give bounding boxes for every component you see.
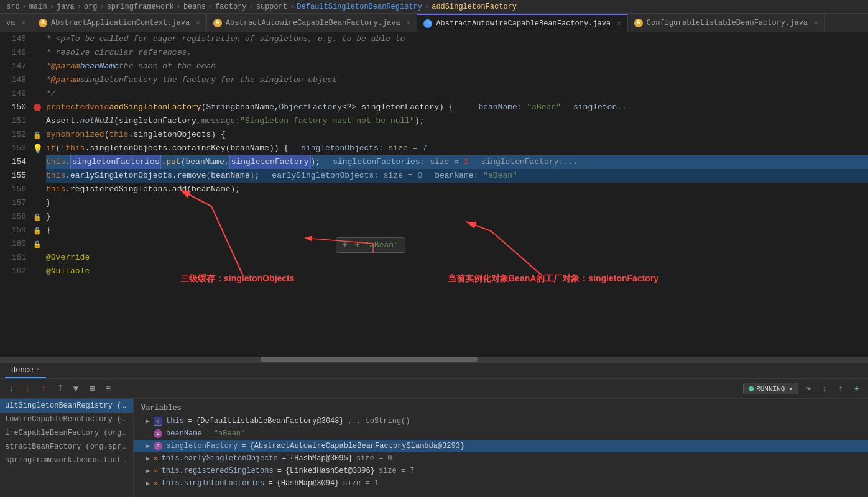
debug-content: ultSingletonBeanRegistry (or... towireCa… xyxy=(0,399,868,497)
expand-arrow-this[interactable]: ▶ xyxy=(146,417,150,425)
breadcrumb-src[interactable]: src xyxy=(6,2,20,11)
debug-tab-dence-label: dence xyxy=(11,366,34,375)
breadcrumb-bar: src › main › java › org › springframewor… xyxy=(0,0,868,14)
code-line-156: this.registeredSingletons.add(beanName); xyxy=(46,183,868,196)
breadcrumb-support[interactable]: support xyxy=(256,2,287,11)
breadcrumb-springframework[interactable]: springframework xyxy=(107,2,174,11)
tab-abstract-app-icon: A xyxy=(39,19,47,27)
line-numbers: 145 146 147 148 149 150 151 152 153 154 … xyxy=(0,32,31,357)
oo-icon-earlysingleton: ∞ xyxy=(154,455,158,462)
code-line-161: @Override xyxy=(46,251,868,265)
lock-153: 🔒 xyxy=(31,128,44,142)
code-line-160 xyxy=(46,237,868,251)
breadcrumb-method[interactable]: addSingletonFactory xyxy=(432,2,517,11)
tab-default-singleton[interactable]: ○ AbstractAutowireCapableBeanFactory.jav… xyxy=(417,14,627,32)
callstack-item-2[interactable]: ireCapableBeanFactory (org.... xyxy=(0,426,133,440)
p-icon-singletonfactory: p xyxy=(154,442,162,450)
tab-abstract-autowire-label: AbstractAutowireCapableBeanFactory.java xyxy=(226,19,400,27)
horizontal-scrollbar[interactable] xyxy=(0,357,868,362)
toolbar-icon-table[interactable]: ⊞ xyxy=(86,383,98,395)
run-dot xyxy=(749,386,754,391)
callstack-item-1[interactable]: towireCapableBeanFactory (... xyxy=(0,413,133,426)
code-line-151: Assert.notNull(singletonFactory, message… xyxy=(46,114,868,128)
code-line-159: } xyxy=(46,224,868,237)
this-icon: ⊙ xyxy=(154,417,162,426)
callstack-item-3[interactable]: stractBeanFactory (org.spring... xyxy=(0,440,133,454)
debug-tab-dence-close[interactable]: × xyxy=(36,367,40,373)
toolbar-step-into[interactable]: ↓ xyxy=(818,383,831,395)
tab-va[interactable]: va × xyxy=(0,14,32,32)
toolbar-step-over[interactable]: ↷ xyxy=(802,383,815,395)
toolbar-icon-lines[interactable]: ≡ xyxy=(102,383,114,395)
var-row-earlysingleton[interactable]: ▶ ∞ this.earlySingletonObjects = {HashMa… xyxy=(134,452,868,465)
breadcrumb-java[interactable]: java xyxy=(57,2,75,11)
code-container: 145 146 147 148 149 150 151 152 153 154 … xyxy=(0,32,868,357)
tab-default-singleton-close[interactable]: × xyxy=(617,20,621,27)
toolbar-add[interactable]: + xyxy=(851,383,863,395)
breadcrumb-main[interactable]: main xyxy=(29,2,47,11)
run-status-label: RUNNING xyxy=(756,385,785,393)
var-row-singletonfactories[interactable]: ▶ ∞ this.singletonFactories = {HashMap@3… xyxy=(134,477,868,490)
tab-configurable[interactable]: A ConfigurableListableBeanFactory.java × xyxy=(628,14,825,32)
code-line-158: } xyxy=(46,210,868,224)
tab-abstract-autowire-icon: A xyxy=(213,19,222,27)
tab-va-close[interactable]: × xyxy=(21,19,25,27)
toolbar-icon-branch[interactable]: ⤴ xyxy=(53,383,66,395)
lock-158: 🔒 xyxy=(31,224,44,237)
tab-abstract-autowire[interactable]: A AbstractAutowireCapableBeanFactory.jav… xyxy=(207,14,417,32)
code-line-146: * resolve circular references. xyxy=(46,46,868,60)
code-lines[interactable]: * <p>To be called for eager registration… xyxy=(44,32,868,357)
tab-default-singleton-label: AbstractAutowireCapableBeanFactory.java xyxy=(436,19,611,28)
expand-arrow-registered[interactable]: ▶ xyxy=(146,467,150,475)
toolbar-step-out[interactable]: ↑ xyxy=(834,383,847,395)
breadcrumb-org[interactable]: org xyxy=(84,2,98,11)
scrollbar-thumb[interactable] xyxy=(261,357,478,362)
tab-abstract-autowire-close[interactable]: × xyxy=(407,19,411,27)
call-stack: ultSingletonBeanRegistry (or... towireCa… xyxy=(0,399,134,497)
code-line-147: * @param beanName the name of the bean xyxy=(46,60,868,73)
tab-va-label: va xyxy=(6,19,15,27)
expand-arrow-factories[interactable]: ▶ xyxy=(146,480,150,487)
hint-154[interactable]: 💡 xyxy=(31,142,44,155)
toolbar-icon-down-arrow[interactable]: ↓ xyxy=(5,383,17,395)
var-row-registeredsingleton[interactable]: ▶ ∞ this.registeredSingletons = {LinkedH… xyxy=(134,465,868,477)
expand-arrow-singletonfactory[interactable]: ▶ xyxy=(146,442,150,450)
debug-panel: dence × ↓ ↓ ↑ ⤴ ▼ ⊞ ≡ RUNNING ▾ ↷ ↓ ↑ + … xyxy=(0,362,868,497)
debug-tab-dence[interactable]: dence × xyxy=(5,363,46,378)
code-line-155: this.earlySingletonObjects.remove(beanNa… xyxy=(46,169,868,183)
tab-configurable-label: ConfigurableListableBeanFactory.java xyxy=(647,19,808,27)
code-line-157: } xyxy=(46,196,868,210)
expand-arrow-earlysingleton[interactable]: ▶ xyxy=(146,455,150,462)
oo-icon-registered: ∞ xyxy=(154,467,158,475)
callstack-item-4[interactable]: springframework.beans.facto... xyxy=(0,454,133,467)
callstack-item-0[interactable]: ultSingletonBeanRegistry (or... xyxy=(0,399,133,413)
var-row-this[interactable]: ▶ ⊙ this = {DefaultListableBeanFactory@3… xyxy=(134,415,868,427)
tab-configurable-close[interactable]: × xyxy=(814,19,818,27)
debug-tabs: dence × xyxy=(0,363,868,379)
popup-abean: + + "aBean" xyxy=(336,237,405,253)
variables-header: Variables xyxy=(134,401,868,415)
tabs-bar: va × A AbstractApplicationContext.java ×… xyxy=(0,14,868,32)
run-dropdown-arrow[interactable]: ▾ xyxy=(788,385,793,393)
toolbar-icon-filter[interactable]: ▼ xyxy=(70,383,82,395)
breakpoint-150[interactable] xyxy=(31,101,44,114)
run-status-button[interactable]: RUNNING ▾ xyxy=(743,383,798,394)
editor-area: 145 146 147 148 149 150 151 152 153 154 … xyxy=(0,32,868,362)
code-line-150: protected void addSingletonFactory(Strin… xyxy=(46,101,868,114)
breadcrumb-class[interactable]: DefaultSingletonBeanRegistry xyxy=(297,2,422,11)
var-row-beanname[interactable]: ▶ p beanName = "aBean" xyxy=(134,427,868,440)
tab-abstract-app-close[interactable]: × xyxy=(196,19,200,27)
tab-default-singleton-icon: ○ xyxy=(423,19,432,28)
toolbar-icon-red-down[interactable]: ↓ xyxy=(21,383,34,395)
toolbar-icon-red-up[interactable]: ↑ xyxy=(37,383,50,395)
breadcrumb-beans[interactable]: beans xyxy=(183,2,206,11)
var-row-singletonfactory[interactable]: ▶ p singletonFactory = {AbstractAutowire… xyxy=(134,440,868,452)
lock-159: 🔒 xyxy=(31,237,44,251)
code-line-153: if (!this.singletonObjects.containsKey(b… xyxy=(46,142,868,155)
debug-toolbar: ↓ ↓ ↑ ⤴ ▼ ⊞ ≡ RUNNING ▾ ↷ ↓ ↑ + xyxy=(0,379,868,399)
breadcrumb-factory[interactable]: factory xyxy=(215,2,246,11)
code-line-152: synchronized (this.singletonObjects) { xyxy=(46,128,868,142)
code-line-145: * <p>To be called for eager registration… xyxy=(46,32,868,46)
tab-abstract-app[interactable]: A AbstractApplicationContext.java × xyxy=(32,14,207,32)
gutter: 💡 🔒 🔒 🔒 🔒 xyxy=(31,32,44,357)
